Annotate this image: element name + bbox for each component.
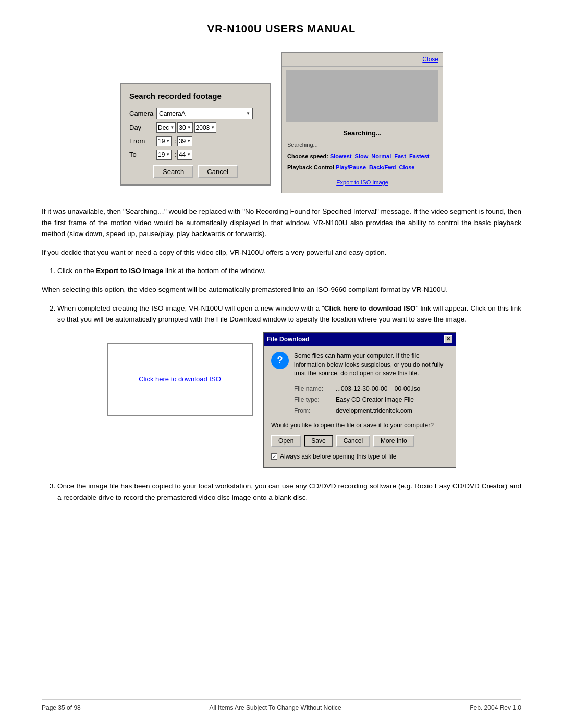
search-buttons: Search Cancel bbox=[129, 165, 262, 178]
download-iso-link[interactable]: Click here to download ISO bbox=[139, 374, 221, 385]
download-iso-panel: Click here to download ISO bbox=[107, 343, 253, 416]
top-screenshots-area: Search recorded footage Camera CameraA ▼… bbox=[42, 52, 521, 193]
warning-icon: ? bbox=[271, 352, 289, 369]
fd-checkbox[interactable]: ✓ bbox=[271, 453, 277, 460]
searching-panel: Close Searching... Searching... Choose s… bbox=[282, 52, 443, 193]
list-item-1: Click on the Export to ISO Image link at… bbox=[57, 265, 521, 277]
from-min-select[interactable]: 39 ▼ bbox=[177, 136, 192, 146]
speed-fastest[interactable]: Fastest bbox=[409, 153, 430, 159]
fd-filename-row: File name: ...003-12-30-00-00__00-00.iso bbox=[294, 384, 448, 393]
searching-panel-header: Close bbox=[282, 53, 443, 67]
day-row: Day Dec ▼ 30 ▼ 2003 ▼ bbox=[129, 122, 262, 133]
search-dialog-title: Search recorded footage bbox=[129, 91, 262, 103]
month-select[interactable]: Dec ▼ bbox=[156, 122, 176, 133]
to-hour-select[interactable]: 19 ▼ bbox=[156, 150, 172, 160]
fd-buttons: Open Save Cancel More Info bbox=[271, 435, 448, 447]
list-item-1-bold: Export to ISO Image bbox=[96, 267, 163, 275]
choose-speed-label: Choose speed: bbox=[287, 153, 328, 159]
fd-filetype-value: Easy CD Creator Image File bbox=[336, 395, 414, 404]
playpause-link[interactable]: Play/Pause bbox=[336, 164, 366, 170]
fd-checkbox-label: Always ask before opening this type of f… bbox=[280, 452, 396, 461]
fd-checkbox-row: ✓ Always ask before opening this type of… bbox=[271, 452, 448, 461]
year-select[interactable]: 2003 ▼ bbox=[194, 122, 217, 133]
export-row: Export to ISO Image bbox=[282, 175, 443, 193]
colon-to: : bbox=[174, 150, 176, 160]
fd-filename-value: ...003-12-30-00-00__00-00.iso bbox=[336, 384, 420, 393]
camera-select[interactable]: CameraA ▼ bbox=[156, 108, 253, 119]
speed-fast[interactable]: Fast bbox=[394, 153, 406, 159]
playback-row: Playback Control Play/Pause Back/Fwd Clo… bbox=[282, 162, 443, 175]
cancel-button[interactable]: Cancel bbox=[198, 165, 237, 178]
searching-video-preview bbox=[286, 70, 438, 122]
list-item-1-prefix: Click on the bbox=[57, 267, 96, 275]
list-item-1-suffix: link at the bottom of the window. bbox=[163, 267, 265, 275]
footer-date: Feb. 2004 Rev 1.0 bbox=[470, 703, 521, 712]
camera-label: Camera bbox=[129, 108, 156, 119]
day-select[interactable]: 30 ▼ bbox=[177, 122, 192, 133]
fd-filename-label: File name: bbox=[294, 384, 336, 393]
to-min-select[interactable]: 44 ▼ bbox=[177, 150, 192, 160]
playback-label: Playback Control bbox=[287, 164, 334, 170]
day-label: Day bbox=[129, 122, 156, 133]
body-paragraph-3: When selecting this option, the video se… bbox=[42, 284, 521, 295]
file-download-body: ? Some files can harm your computer. If … bbox=[264, 346, 456, 467]
speed-row: Choose speed: Slowest Slow Normal Fast F… bbox=[282, 151, 443, 162]
numbered-list-3: Once the image file has been copied to y… bbox=[57, 480, 521, 503]
backfwd-link[interactable]: Back/Fwd bbox=[369, 164, 396, 170]
bottom-screenshots-area: Click here to download ISO File Download… bbox=[42, 332, 521, 468]
speed-links: Slowest Slow Normal Fast Fastest bbox=[330, 153, 431, 159]
fd-info-table: File name: ...003-12-30-00-00__00-00.iso… bbox=[294, 384, 448, 415]
fd-from-row: From: development.tridenitek.com bbox=[294, 406, 448, 415]
titlebar-close-button[interactable]: ✕ bbox=[444, 335, 452, 343]
search-recorded-footage-dialog: Search recorded footage Camera CameraA ▼… bbox=[120, 83, 271, 186]
to-label: To bbox=[129, 150, 156, 160]
from-label: From bbox=[129, 136, 156, 146]
from-min-arrow: ▼ bbox=[187, 138, 191, 144]
camera-dropdown-arrow: ▼ bbox=[246, 110, 250, 117]
fd-save-button[interactable]: Save bbox=[304, 435, 333, 447]
list-item-2-bold: Click here to download ISO bbox=[324, 304, 416, 312]
colon-from: : bbox=[174, 136, 176, 146]
page-title: VR-N100U USERS MANUAL bbox=[42, 21, 521, 36]
numbered-list-2: When completed creating the ISO image, V… bbox=[57, 303, 521, 325]
footer-center-text: All Items Are Subject To Change Without … bbox=[209, 703, 341, 712]
fd-cancel-button[interactable]: Cancel bbox=[336, 435, 370, 447]
list-item-3: Once the image file has been copied to y… bbox=[57, 480, 521, 503]
fd-filetype-label: File type: bbox=[294, 395, 336, 404]
fd-question: Would you like to open the file or save … bbox=[271, 421, 448, 430]
fd-warning-row: ? Some files can harm your computer. If … bbox=[271, 352, 448, 378]
from-hour-arrow: ▼ bbox=[166, 138, 170, 144]
speed-slowest[interactable]: Slowest bbox=[330, 153, 352, 159]
searching-status: Searching... bbox=[282, 125, 443, 140]
speed-slow[interactable]: Slow bbox=[355, 153, 369, 159]
to-row: To 19 ▼ : 44 ▼ bbox=[129, 150, 262, 160]
speed-normal[interactable]: Normal bbox=[371, 153, 391, 159]
body-paragraph-1: If it was unavailable, then "Searching…"… bbox=[42, 206, 521, 240]
file-download-dialog: File Download ✕ ? Some files can harm yo… bbox=[263, 332, 456, 468]
playback-links: Play/Pause Back/Fwd Close bbox=[336, 164, 417, 170]
fd-warning-text: Some files can harm your computer. If th… bbox=[294, 352, 448, 378]
search-button[interactable]: Search bbox=[153, 165, 193, 178]
year-arrow: ▼ bbox=[211, 125, 215, 131]
fd-moreinfo-button[interactable]: More Info bbox=[373, 435, 414, 447]
to-hour-arrow: ▼ bbox=[166, 152, 170, 158]
day-arrow: ▼ bbox=[187, 125, 191, 131]
close-link[interactable]: Close bbox=[422, 55, 438, 64]
searching-substatus: Searching... bbox=[282, 140, 443, 152]
list-item-3-text: Once the image file has been copied to y… bbox=[57, 482, 521, 501]
close-playback-link[interactable]: Close bbox=[399, 164, 415, 170]
list-item-2: When completed creating the ISO image, V… bbox=[57, 303, 521, 325]
camera-row: Camera CameraA ▼ bbox=[129, 108, 262, 119]
month-arrow: ▼ bbox=[170, 125, 174, 131]
footer-page-number: Page 35 of 98 bbox=[42, 703, 81, 712]
body-paragraph-2: If you decide that you want or need a co… bbox=[42, 247, 521, 258]
from-row: From 19 ▼ : 39 ▼ bbox=[129, 136, 262, 146]
fd-open-button[interactable]: Open bbox=[271, 435, 301, 447]
list-item-2-prefix: When completed creating the ISO image, V… bbox=[57, 304, 324, 312]
file-download-titlebar: File Download ✕ bbox=[264, 333, 456, 346]
file-download-title: File Download bbox=[267, 335, 309, 344]
page-footer: Page 35 of 98 All Items Are Subject To C… bbox=[42, 699, 521, 712]
export-iso-link[interactable]: Export to ISO Image bbox=[336, 179, 388, 186]
from-hour-select[interactable]: 19 ▼ bbox=[156, 136, 172, 146]
fd-filetype-row: File type: Easy CD Creator Image File bbox=[294, 395, 448, 404]
